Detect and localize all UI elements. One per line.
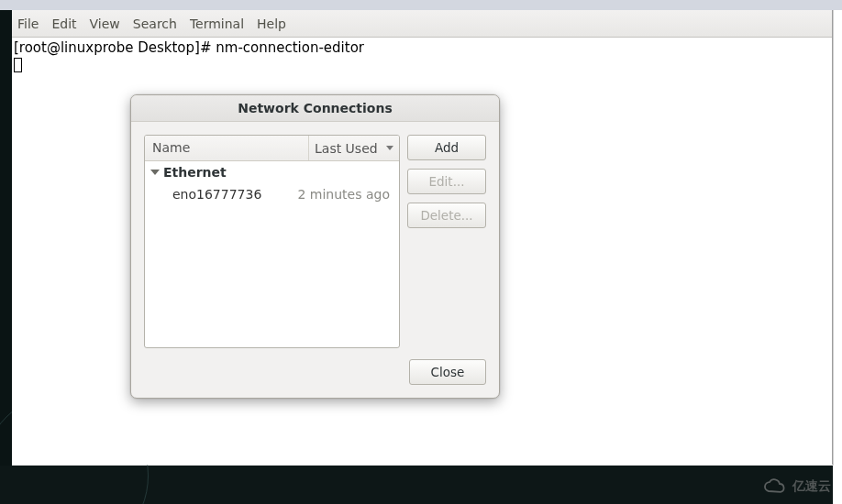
desktop-background-bottom <box>0 466 833 504</box>
dialog-title: Network Connections <box>131 95 499 122</box>
connection-last-used: 2 minutes ago <box>297 187 393 202</box>
connections-list[interactable]: Name Last Used Ethernet eno16777736 2 mi… <box>144 135 400 348</box>
terminal-scrollbar[interactable] <box>833 10 842 466</box>
edit-button[interactable]: Edit... <box>407 169 486 194</box>
column-header-name[interactable]: Name <box>145 136 309 160</box>
list-body: Ethernet eno16777736 2 minutes ago <box>145 161 399 347</box>
group-row-ethernet[interactable]: Ethernet <box>145 161 399 183</box>
dialog-body: Name Last Used Ethernet eno16777736 2 mi… <box>131 122 499 398</box>
terminal-menubar: File Edit View Search Terminal Help <box>12 10 832 38</box>
dialog-button-column: Add Edit... Delete... <box>407 135 486 348</box>
column-header-last-used-label: Last Used <box>315 141 378 156</box>
menu-view[interactable]: View <box>90 16 120 31</box>
terminal-prompt: [root@linuxprobe Desktop]# <box>14 39 216 56</box>
list-header: Name Last Used <box>145 136 399 161</box>
chevron-down-icon <box>386 146 393 150</box>
menu-help[interactable]: Help <box>257 16 286 31</box>
network-connections-dialog: Network Connections Name Last Used Ether… <box>130 94 500 399</box>
triangle-down-icon <box>150 170 160 175</box>
column-header-last-used[interactable]: Last Used <box>309 136 399 160</box>
delete-button[interactable]: Delete... <box>407 203 486 228</box>
watermark: 亿速云 <box>761 478 831 495</box>
menu-file[interactable]: File <box>17 16 39 31</box>
cloud-icon <box>761 478 787 495</box>
group-label: Ethernet <box>163 165 227 180</box>
add-button[interactable]: Add <box>407 135 486 160</box>
connection-row[interactable]: eno16777736 2 minutes ago <box>145 183 399 205</box>
menu-search[interactable]: Search <box>133 16 177 31</box>
window-titlebar-strip <box>0 0 842 10</box>
close-button[interactable]: Close <box>409 359 486 385</box>
menu-edit[interactable]: Edit <box>51 16 76 31</box>
watermark-text: 亿速云 <box>792 478 831 495</box>
menu-terminal[interactable]: Terminal <box>190 16 244 31</box>
terminal-command: nm-connection-editor <box>216 39 364 56</box>
terminal-cursor <box>14 58 22 72</box>
dialog-footer: Close <box>144 348 486 385</box>
connection-name: eno16777736 <box>172 187 297 202</box>
